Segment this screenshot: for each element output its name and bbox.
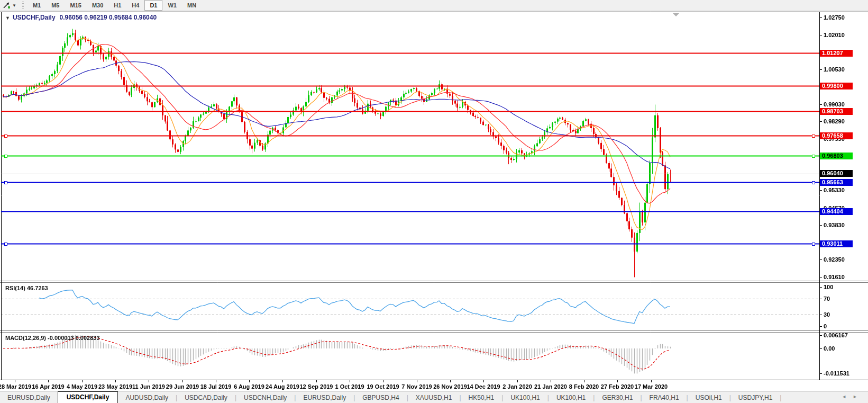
date-axis-label: 4 May 2019 bbox=[67, 383, 97, 390]
date-axis-label: 7 Nov 2019 bbox=[401, 383, 432, 390]
chart-tool-icon[interactable] bbox=[2, 1, 12, 10]
chart-canvas[interactable] bbox=[0, 0, 868, 403]
timeframe-button-d1[interactable]: D1 bbox=[144, 0, 162, 11]
symbol-tab-fra40[interactable]: FRA40,H1 bbox=[642, 392, 687, 403]
tab-separator: | bbox=[780, 394, 781, 401]
macd-axis-label: 0.006167 bbox=[824, 332, 848, 338]
timeframe-buttons: M1M5M15M30H1H4D1W1MN bbox=[28, 0, 202, 11]
hline-price-tag: 0.97658 bbox=[820, 132, 853, 139]
symbol-tab-eurusd[interactable]: EURUSD,Daily bbox=[296, 392, 353, 403]
timeframe-button-m15[interactable]: M15 bbox=[65, 0, 86, 11]
date-axis-label: 18 Jul 2019 bbox=[200, 383, 232, 390]
symbol-tab-uk100[interactable]: UK100,H1 bbox=[503, 392, 547, 403]
date-axis-label: 19 Oct 2019 bbox=[367, 383, 399, 390]
date-axis-label: 17 Mar 2020 bbox=[635, 383, 668, 390]
price-axis-label: 1.02010 bbox=[824, 32, 845, 38]
hline-price-tag: 0.93011 bbox=[820, 240, 853, 247]
ohlc-values: 0.96056 0.96219 0.95684 0.96040 bbox=[60, 14, 157, 21]
rsi-name: RSI(14) bbox=[5, 285, 25, 291]
price-axis-label: 0.99030 bbox=[824, 101, 845, 108]
symbol-tab-audusd[interactable]: AUDUSD,Daily bbox=[118, 392, 176, 403]
symbol-tab-usoil[interactable]: USOil,H1 bbox=[688, 392, 729, 403]
rsi-axis-label: 100 bbox=[824, 284, 833, 290]
price-axis-label: 0.93830 bbox=[824, 222, 845, 228]
symbol-tab-uk100[interactable]: UK100,H1 bbox=[549, 392, 593, 403]
hline-price-tag: 0.95663 bbox=[820, 179, 853, 186]
price-axis-label: 0.95330 bbox=[824, 187, 845, 193]
date-axis-label: 24 Aug 2019 bbox=[266, 383, 299, 390]
date-axis-label: 1 Oct 2019 bbox=[335, 383, 364, 390]
timeframe-button-m30[interactable]: M30 bbox=[87, 0, 108, 11]
chevron-down-icon[interactable]: ▼ bbox=[5, 15, 10, 21]
macd-indicator-label: MACD(12,26,9) -0.000013 0.002833 bbox=[5, 335, 100, 341]
symbol-label: USDCHF,Daily bbox=[13, 14, 56, 21]
date-axis-label: 23 May 2019 bbox=[98, 383, 132, 390]
macd-axis-label: 0.00 bbox=[824, 345, 835, 352]
current-price-tag: 0.96040 bbox=[820, 170, 853, 177]
symbol-tab-usdcnh[interactable]: USDCNH,Daily bbox=[236, 392, 294, 403]
chevron-down-icon[interactable]: ▼ bbox=[12, 3, 16, 8]
timeframe-button-h4[interactable]: H4 bbox=[126, 0, 144, 11]
tab-scroll-left-icon[interactable]: ◄ bbox=[842, 394, 853, 399]
date-axis-label: 26 Nov 2019 bbox=[433, 383, 467, 390]
timeframe-button-m5[interactable]: M5 bbox=[46, 0, 65, 11]
price-axis-label: 1.02750 bbox=[824, 14, 845, 21]
trading-platform-window: ▼ M1M5M15M30H1H4D1W1MN ▼USDCHF,Daily0.96… bbox=[0, 0, 868, 403]
date-axis-label: 27 Feb 2020 bbox=[601, 383, 634, 390]
hline-price-tag: 0.98703 bbox=[820, 108, 853, 115]
date-axis-label: 29 Jun 2019 bbox=[166, 383, 199, 390]
symbol-tab-bar: EURUSD,DailyUSDCHF,DailyAUDUSD,Daily|USD… bbox=[0, 391, 868, 403]
timeframe-button-h1[interactable]: H1 bbox=[108, 0, 126, 11]
price-axis-label: 0.91610 bbox=[824, 274, 845, 280]
symbol-tab-usdjpy[interactable]: USDJPY,H1 bbox=[731, 392, 780, 403]
symbol-tab-eurusd[interactable]: EURUSD,Daily bbox=[0, 392, 58, 403]
timeframe-toolbar: ▼ M1M5M15M30H1H4D1W1MN bbox=[0, 0, 868, 11]
date-axis-label: 6 Aug 2019 bbox=[234, 383, 264, 390]
hline-price-tag: 0.94404 bbox=[820, 208, 853, 215]
date-axis-label: 14 Dec 2019 bbox=[467, 383, 500, 390]
tab-scroll-right-icon[interactable]: ► bbox=[853, 394, 864, 399]
macd-values: -0.000013 0.002833 bbox=[48, 335, 99, 341]
symbol-tab-xauusd[interactable]: XAUUSD,H1 bbox=[408, 392, 460, 403]
toolbar-grip-handle[interactable] bbox=[22, 2, 24, 9]
date-axis-label: 2 Jan 2020 bbox=[502, 383, 532, 390]
tab-scroll-arrows: ◄► bbox=[842, 394, 864, 399]
symbol-tab-ger30[interactable]: GER30,H1 bbox=[595, 392, 640, 403]
rsi-axis-label: 30 bbox=[824, 311, 830, 318]
date-axis-label: 21 Jan 2020 bbox=[534, 383, 567, 390]
hline-price-tag: 1.01207 bbox=[820, 50, 853, 57]
timeframe-button-w1[interactable]: W1 bbox=[162, 0, 182, 11]
rsi-axis-label: 0 bbox=[824, 323, 827, 329]
date-axis-label: 28 Mar 2019 bbox=[0, 383, 31, 390]
price-axis-label: 0.98290 bbox=[824, 118, 845, 124]
chart-symbol-title[interactable]: ▼USDCHF,Daily0.96056 0.96219 0.95684 0.9… bbox=[5, 14, 157, 21]
hline-price-tag: 0.96803 bbox=[820, 153, 853, 159]
timeframe-button-m1[interactable]: M1 bbox=[28, 0, 46, 11]
price-axis-label: 0.92350 bbox=[824, 256, 845, 263]
symbol-tab-usdchf[interactable]: USDCHF,Daily bbox=[58, 391, 118, 403]
macd-name: MACD(12,26,9) bbox=[5, 335, 46, 341]
timeframe-button-mn[interactable]: MN bbox=[182, 0, 202, 11]
rsi-axis-label: 70 bbox=[824, 295, 830, 302]
symbol-tab-gbpusd[interactable]: GBPUSD,H4 bbox=[355, 392, 406, 403]
symbol-tab-hk50[interactable]: HK50,H1 bbox=[461, 392, 502, 403]
date-axis-label: 16 Apr 2019 bbox=[32, 383, 64, 390]
rsi-indicator-label: RSI(14) 46.7263 bbox=[5, 285, 48, 291]
symbol-tab-usdcad[interactable]: USDCAD,Daily bbox=[177, 392, 235, 403]
date-axis-label: 11 Jun 2019 bbox=[132, 383, 165, 390]
date-axis-label: 12 Sep 2019 bbox=[300, 383, 333, 390]
price-axis-label: 1.00530 bbox=[824, 66, 845, 73]
date-axis-label: 8 Feb 2020 bbox=[569, 383, 599, 390]
rsi-value: 46.7263 bbox=[27, 285, 48, 291]
macd-axis-label: -0.011531 bbox=[824, 370, 849, 377]
hline-price-tag: 0.99800 bbox=[820, 83, 853, 89]
